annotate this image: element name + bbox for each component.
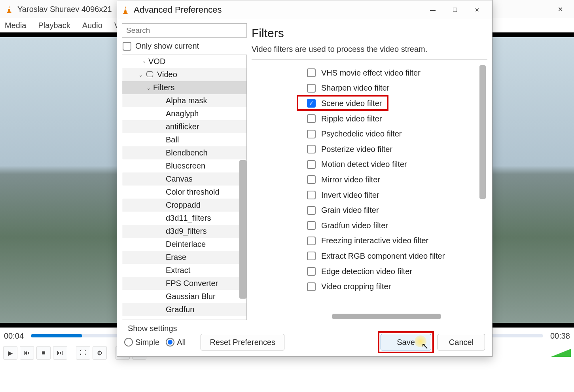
divider [252,59,487,60]
filter-checkbox-row[interactable]: Sharpen video filter [307,81,487,96]
radio-all-label: All [177,338,186,347]
checkbox-icon [307,68,316,77]
play-button[interactable]: ▶ [3,346,17,360]
tree-item-filters[interactable]: ⌄ Filters [122,81,246,94]
dialog-titlebar: Advanced Preferences — ☐ ✕ [117,0,492,19]
save-button[interactable]: Save [381,334,431,350]
filter-checkbox-row[interactable]: Edge detection video filter [307,264,487,279]
dialog-body: Only show current › VOD ⌄ 🖵 Video ⌄ F [117,19,492,322]
checkbox-icon [307,282,316,291]
filter-label: Sharpen video filter [321,83,389,93]
filter-checkbox-row[interactable]: Motion detect video filter [307,157,487,172]
tree-item-vod[interactable]: › VOD [122,55,246,68]
radio-simple-label: Simple [135,338,159,347]
search-input[interactable] [122,23,247,38]
next-button[interactable]: ⏭ [53,346,67,360]
filter-label: Freezing interactive video filter [321,236,428,245]
tree-item-video[interactable]: ⌄ 🖵 Video [122,68,246,81]
tree-item[interactable]: Alpha mask [122,94,246,107]
filter-vscrollbar[interactable] [479,65,486,199]
volume-indicator[interactable] [551,348,571,358]
tree-label: Filters [153,83,174,92]
menu-audio[interactable]: Audio [80,19,105,32]
checkbox-icon [307,206,316,215]
dialog-close-button[interactable]: ✕ [466,2,488,18]
checkbox-icon [307,145,316,153]
only-show-current-checkbox[interactable]: Only show current [123,42,246,51]
filter-label: Scene video filter [321,99,382,108]
menu-media[interactable]: Media [2,19,28,32]
fullscreen-button[interactable]: ⛶ [76,346,90,360]
filter-checkbox-row[interactable]: Grain video filter [307,203,487,218]
only-show-current-label: Only show current [135,42,199,51]
checkbox-icon [307,237,316,245]
filter-checkbox-row[interactable]: ✓Scene video filter [307,96,487,111]
checkbox-icon [307,160,316,169]
cancel-button[interactable]: Cancel [438,334,485,350]
tree-item[interactable]: Gaussian Blur [122,290,246,303]
show-settings-label: Show settings [128,324,177,333]
checkbox-icon [307,221,316,230]
filter-label: Ripple video filter [321,114,382,123]
tree-scrollbar[interactable] [239,160,246,299]
advanced-preferences-dialog: Advanced Preferences — ☐ ✕ Only show cur… [117,0,493,357]
tree-item[interactable]: Color threshold [122,186,246,199]
svg-marker-4 [124,6,127,13]
vlc-cone-icon [121,6,130,14]
tree-item[interactable]: Deinterlace [122,238,246,251]
filter-label: Video cropping filter [321,282,391,291]
tree-item[interactable]: Erase [122,251,246,264]
tree-item[interactable]: d3d11_filters [122,212,246,225]
tree-item[interactable]: Gradfun [122,303,246,316]
filter-checkbox-row[interactable]: VHS movie effect video filter [307,65,487,81]
tree-item[interactable]: Croppadd [122,199,246,212]
dialog-maximize-button[interactable]: ☐ [444,2,466,18]
dialog-minimize-button[interactable]: — [422,2,444,18]
checkbox-icon [123,42,131,51]
tree-item[interactable]: Ball [122,133,246,146]
show-settings-radio-group: Simple All [124,338,189,347]
filter-checkbox-row[interactable]: Psychedelic video filter [307,126,487,142]
filter-checkbox-row[interactable]: Invert video filter [307,187,487,203]
tree-item[interactable]: Extract [122,264,246,277]
radio-all[interactable] [166,338,174,347]
tree-item[interactable]: Blendbench [122,146,246,159]
radio-simple[interactable] [124,338,133,347]
svg-rect-6 [125,8,127,9]
filter-checkbox-row[interactable]: Mirror video filter [307,172,487,187]
filter-label: Extract RGB component video filter [321,252,445,261]
tree-item[interactable]: FPS Converter [122,277,246,290]
dialog-left-pane: Only show current › VOD ⌄ 🖵 Video ⌄ F [122,23,247,320]
tree-item[interactable]: Bluescreen [122,159,246,172]
filter-checkbox-row[interactable]: Extract RGB component video filter [307,248,487,264]
filter-checkbox-row[interactable]: Ripple video filter [307,111,487,127]
checkbox-icon [307,130,316,138]
tree-label: VOD [148,57,165,66]
filter-hscrollbar[interactable] [332,314,441,319]
tree-item[interactable]: Anaglyph [122,107,246,120]
time-current: 00:04 [4,331,24,341]
filter-label: Grain video filter [321,206,379,215]
tree-item[interactable]: Canvas [122,172,246,186]
filter-checkbox-row[interactable]: Freezing interactive video filter [307,233,487,249]
checkbox-icon [307,84,316,93]
filter-checkbox-row[interactable]: Gradfun video filter [307,218,487,233]
tree-item[interactable]: antiflicker [122,120,246,133]
tree-item[interactable]: d3d9_filters [122,225,246,238]
ext-settings-button[interactable]: ⚙ [93,346,107,360]
main-close-icon[interactable]: ✕ [551,0,569,18]
checkbox-icon: ✓ [307,99,316,108]
reset-preferences-button[interactable]: Reset Preferences [201,334,284,350]
checkbox-icon [307,191,316,199]
filter-label: Posterize video filter [321,145,392,154]
filter-checkbox-row[interactable]: Video cropping filter [307,279,487,294]
svg-marker-3 [551,349,571,357]
stop-button[interactable]: ■ [36,346,51,360]
menu-playback[interactable]: Playback [36,19,72,32]
prev-button[interactable]: ⏮ [20,346,34,360]
svg-rect-2 [8,8,10,9]
filter-label: Motion detect video filter [321,160,407,169]
checkbox-icon [307,114,316,123]
vlc-cone-icon [5,5,13,13]
filter-checkbox-row[interactable]: Posterize video filter [307,142,487,157]
